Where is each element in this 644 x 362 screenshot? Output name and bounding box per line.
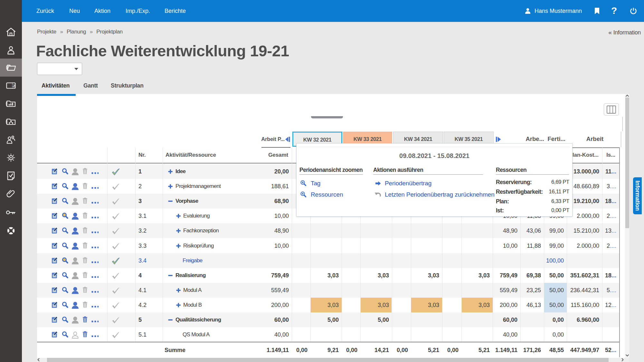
svg-text:2: 2 [13, 84, 15, 88]
